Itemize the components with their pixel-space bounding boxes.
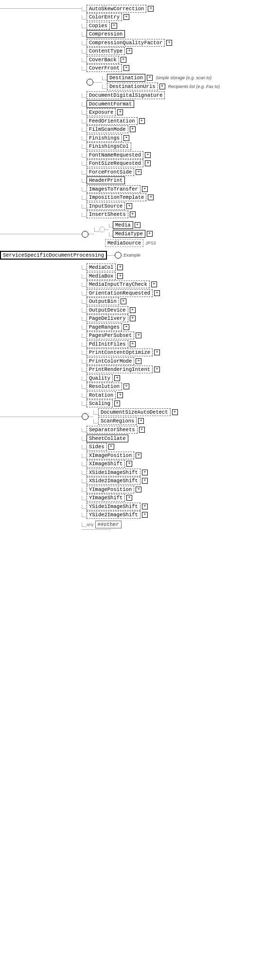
PrintContentOptimize-expand[interactable]: + (154, 350, 160, 355)
XImagePosition-expand[interactable]: + (136, 453, 141, 458)
MediaType-expand[interactable]: + (147, 231, 153, 237)
PrintRenderingIntent-expand[interactable]: + (154, 367, 160, 372)
Finishings-label[interactable]: Finishings (87, 134, 122, 142)
Copies-label[interactable]: Copies (87, 22, 110, 30)
DocumentDigitalSignature-label[interactable]: DocumentDigitalSignature (87, 91, 165, 99)
Exposure-expand[interactable]: + (117, 109, 123, 115)
YSide1ImageShift-label[interactable]: YSide1ImageShift (87, 503, 140, 510)
YSide2ImageShift-label[interactable]: YSide2ImageShift (87, 511, 140, 519)
ImagesToTransfer-expand[interactable]: + (142, 186, 148, 192)
other-label[interactable]: ##other (95, 521, 122, 528)
root-label[interactable]: ServiceSpecificDocumentProcessing (0, 251, 107, 260)
YSide1ImageShift-expand[interactable]: + (142, 504, 148, 509)
Destination-label[interactable]: Destination (107, 74, 145, 82)
InsertSheets-expand[interactable]: + (130, 211, 136, 217)
Exposure-label[interactable]: Exposure (87, 108, 116, 116)
ContentType-expand[interactable]: + (126, 48, 132, 54)
ContentType-label[interactable]: ContentType (87, 47, 125, 55)
PdlInitFiles-label[interactable]: PdlInitFiles (87, 340, 128, 348)
MediaBox-expand[interactable]: + (117, 273, 123, 279)
DocumentSizeAutoDetect-expand[interactable]: + (172, 409, 178, 415)
CoverBack-label[interactable]: CoverBack (87, 56, 119, 64)
ColorEntry-label[interactable]: ColorEntry (87, 13, 122, 21)
Quality-expand[interactable]: + (114, 375, 120, 381)
FontSizeRequested-expand[interactable]: + (145, 160, 151, 166)
InputSource-label[interactable]: InputSource (87, 202, 125, 210)
Media-expand[interactable]: + (135, 222, 140, 228)
ImpositionTemplate-label[interactable]: ImpositionTemplate (87, 193, 146, 201)
Finishings-expand[interactable]: + (123, 135, 129, 141)
PageRanges-label[interactable]: PageRanges (87, 323, 122, 331)
DocumentSizeAutoDetect-label[interactable]: DocumentSizeAutoDetect (98, 408, 171, 416)
Resolution-expand[interactable]: + (123, 384, 129, 389)
FeedOrientation-expand[interactable]: + (139, 118, 145, 124)
MediaCol-expand[interactable]: + (117, 264, 123, 270)
Resolution-label[interactable]: Resolution (87, 383, 122, 390)
AutoSkewCorrection-expand[interactable]: + (148, 6, 154, 12)
PrintContentOptimize-label[interactable]: PrintContentOptimize (87, 349, 153, 356)
SeparatorSheets-expand[interactable]: + (139, 427, 145, 433)
Scaling-expand[interactable]: + (114, 401, 120, 406)
Scaling-label[interactable]: Scaling (87, 400, 113, 407)
FontNameRequested-label[interactable]: FontNameRequested (87, 151, 143, 159)
ForceFrontSide-label[interactable]: ForceFrontSide (87, 168, 134, 176)
XImageShift-expand[interactable]: + (126, 461, 132, 467)
CoverFront-expand[interactable]: + (123, 65, 129, 71)
FontSizeRequested-label[interactable]: FontSizeRequested (87, 159, 143, 167)
CompressionQualityFactor-label[interactable]: CompressionQualityFactor (87, 39, 165, 47)
Destination-expand[interactable]: + (147, 75, 153, 81)
PdlInitFiles-expand[interactable]: + (130, 341, 136, 347)
MediaInputTrayCheck-expand[interactable]: + (151, 281, 157, 287)
Rotation-expand[interactable]: + (117, 392, 123, 398)
OutputDevice-expand[interactable]: + (130, 307, 136, 313)
CoverFront-label[interactable]: CoverFront (87, 64, 122, 72)
PagesPerSubset-expand[interactable]: + (136, 332, 141, 338)
MediaInputTrayCheck-label[interactable]: MediaInputTrayCheck (87, 280, 150, 288)
PrintColorMode-expand[interactable]: + (136, 358, 141, 364)
ScanRegions-label[interactable]: ScanRegions (98, 417, 137, 425)
ForceFrontSide-expand[interactable]: + (136, 169, 141, 175)
HeaderPrint-label[interactable]: HeaderPrint (87, 176, 125, 184)
XSide1ImageShift-label[interactable]: XSide1ImageShift (87, 469, 140, 476)
CoverBack-expand[interactable]: + (121, 57, 126, 63)
Compression-label[interactable]: Compression (87, 30, 125, 38)
FeedOrientation-label[interactable]: FeedOrientation (87, 117, 138, 125)
OrientationRequested-label[interactable]: OrientationRequested (87, 289, 153, 297)
MediaSource-label[interactable]: MediaSource (105, 239, 143, 247)
PrintRenderingIntent-label[interactable]: PrintRenderingIntent (87, 366, 153, 373)
OutputDevice-label[interactable]: OutputDevice (87, 306, 128, 314)
YImageShift-label[interactable]: YImageShift (87, 494, 125, 502)
OutputBin-expand[interactable]: + (121, 298, 126, 304)
InsertSheets-label[interactable]: InsertSheets (87, 210, 128, 218)
SeparatorSheets-label[interactable]: SeparatorSheets (87, 426, 138, 434)
Copies-expand[interactable]: + (111, 23, 117, 29)
CompressionQualityFactor-expand[interactable]: + (166, 40, 172, 46)
Sides-expand[interactable]: + (108, 444, 114, 450)
FilmScanMode-expand[interactable]: + (130, 126, 136, 132)
Media-label[interactable]: Media (113, 221, 133, 229)
Rotation-label[interactable]: Rotation (87, 391, 116, 399)
YImagePosition-label[interactable]: YImagePosition (87, 486, 134, 493)
PrintColorMode-label[interactable]: PrintColorMode (87, 357, 134, 365)
XSide1ImageShift-expand[interactable]: + (142, 470, 148, 475)
AutoSkewCorrection-label[interactable]: AutoSkewCorrection (87, 5, 146, 13)
MediaCol-label[interactable]: MediaCol (87, 263, 116, 271)
OutputBin-label[interactable]: OutputBin (87, 298, 119, 305)
ImpositionTemplate-expand[interactable]: + (148, 194, 154, 200)
FinishingsCol-label[interactable]: FinishingsCol (87, 142, 131, 150)
PageDelivery-label[interactable]: PageDelivery (87, 315, 128, 322)
OrientationRequested-expand[interactable]: + (154, 290, 160, 296)
PagesPerSubset-label[interactable]: PagesPerSubset (87, 332, 134, 339)
DocumentFormat-label[interactable]: DocumentFormat (87, 100, 134, 108)
PageRanges-expand[interactable]: + (123, 324, 129, 330)
MediaType-label[interactable]: MediaType (113, 230, 145, 238)
YSide2ImageShift-expand[interactable]: + (142, 512, 148, 518)
DestinationUris-expand[interactable]: + (159, 84, 165, 89)
FilmScanMode-label[interactable]: FilmScanMode (87, 125, 128, 133)
SheetCollate-label[interactable]: SheetCollate (87, 435, 128, 442)
XSide2ImageShift-label[interactable]: XSide2ImageShift (87, 477, 140, 485)
XImagePosition-label[interactable]: XImagePosition (87, 452, 134, 459)
Quality-label[interactable]: Quality (87, 374, 113, 382)
ColorEntry-expand[interactable]: + (123, 14, 129, 20)
ImagesToTransfer-label[interactable]: ImagesToTransfer (87, 185, 140, 193)
